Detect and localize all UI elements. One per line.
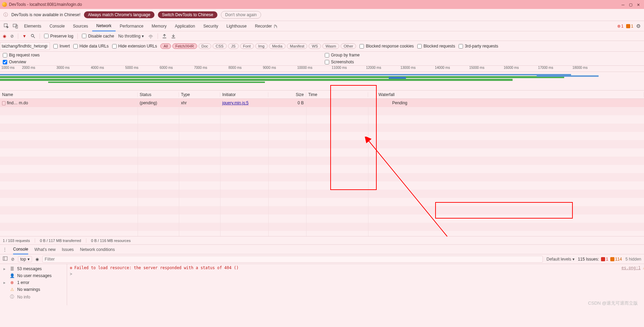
record-button-icon[interactable]: ◉ xyxy=(3,34,6,39)
throttling-select[interactable]: No throttling ▾ xyxy=(118,34,144,39)
filter-all[interactable]: All xyxy=(160,43,171,49)
file-icon xyxy=(2,101,6,105)
filter-other[interactable]: Other xyxy=(341,43,356,49)
close-button[interactable]: ✕ xyxy=(637,2,640,7)
switch-to-chinese-button[interactable]: Switch DevTools to Chinese xyxy=(158,11,217,18)
col-type[interactable]: Type xyxy=(179,92,220,97)
context-label: top xyxy=(20,257,26,262)
console-error-source-link[interactable]: es.png:1 xyxy=(622,265,641,270)
import-har-icon[interactable] xyxy=(162,34,167,39)
tab-lighthouse[interactable]: Lighthouse xyxy=(222,21,251,31)
filter-fetch-xhr[interactable]: Fetch/XHR xyxy=(172,43,197,49)
invert-checkbox[interactable]: Invert xyxy=(53,44,70,49)
export-har-icon[interactable] xyxy=(171,34,176,39)
filter-img[interactable]: Img xyxy=(255,43,268,49)
big-request-rows-checkbox[interactable]: Big request rows xyxy=(3,53,40,57)
console-sidebar: ▸☰53 messages 👤No user messages ▸⊗1 erro… xyxy=(0,264,67,305)
tab-console[interactable]: Console xyxy=(45,21,69,31)
sidebar-warnings[interactable]: ⚠No warnings xyxy=(0,286,67,293)
console-sidebar-toggle-icon[interactable] xyxy=(3,256,8,262)
filter-text-input[interactable]: taizhang/findhtlc_hetong ⊗ xyxy=(0,42,50,50)
network-toolbar: ◉ ⊘ ▼ Preserve log Disable cache No thro… xyxy=(0,31,644,41)
tick: 9000 ms xyxy=(261,66,296,72)
filter-ws[interactable]: WS xyxy=(309,43,321,49)
sidebar-user-messages[interactable]: 👤No user messages xyxy=(0,272,67,279)
preserve-log-checkbox[interactable]: Preserve log xyxy=(44,34,73,39)
col-size[interactable]: Size xyxy=(268,92,306,97)
tab-recorder[interactable]: Recorder xyxy=(251,21,282,31)
console-clear-icon[interactable]: ⊘ xyxy=(11,257,14,262)
drawer-tab-network-conditions[interactable]: Network conditions xyxy=(80,245,115,254)
filter-css[interactable]: CSS xyxy=(213,43,227,49)
group-by-frame-checkbox[interactable]: Group by frame xyxy=(325,53,359,57)
tick: 14000 ms xyxy=(433,66,468,72)
settings-gear-icon[interactable]: ⚙ xyxy=(636,23,641,29)
device-toggle-icon[interactable] xyxy=(11,23,20,29)
console-filter-input[interactable] xyxy=(42,256,543,263)
screenshots-checkbox[interactable]: Screenshots xyxy=(325,60,354,64)
disable-cache-checkbox[interactable]: Disable cache xyxy=(82,34,114,39)
filter-manifest[interactable]: Manifest xyxy=(287,43,308,49)
sidebar-messages[interactable]: ▸☰53 messages xyxy=(0,265,67,272)
tab-security[interactable]: Security xyxy=(199,21,222,31)
clear-filter-icon[interactable]: ⊗ xyxy=(45,44,48,49)
filter-js[interactable]: JS xyxy=(228,43,239,49)
warning-count-badge[interactable]: 1 xyxy=(626,24,633,29)
sidebar-info[interactable]: ⓘNo info xyxy=(0,293,67,301)
filter-wasm[interactable]: Wasm xyxy=(322,43,339,49)
initiator-link[interactable]: jquery.min.js:5 xyxy=(222,101,248,105)
log-levels-select[interactable]: Default levels ▾ xyxy=(546,257,574,262)
drawer-tab-issues[interactable]: Issues xyxy=(62,245,74,254)
network-overview-timeline[interactable]: 1000 ms 2000 ms 3000 ms 4000 ms 5000 ms … xyxy=(0,66,644,91)
filter-doc[interactable]: Doc xyxy=(198,43,212,49)
tick: 7000 ms xyxy=(193,66,227,72)
filter-font[interactable]: Font xyxy=(240,43,254,49)
clear-button-icon[interactable]: ⊘ xyxy=(10,34,14,39)
col-initiator[interactable]: Initiator xyxy=(220,92,268,97)
console-output[interactable]: ⊗ Failed to load resource: the server re… xyxy=(67,264,644,305)
sidebar-errors[interactable]: ▸⊗1 error xyxy=(0,279,67,286)
blocked-requests-checkbox[interactable]: Blocked requests xyxy=(417,44,455,49)
live-expression-icon[interactable]: ◉ xyxy=(35,257,39,262)
window-controls: — ▢ ✕ xyxy=(622,2,642,7)
drawer-more-icon[interactable]: ⋮ xyxy=(3,247,7,252)
blocked-cookies-checkbox[interactable]: Blocked response cookies xyxy=(359,44,414,49)
col-status[interactable]: Status xyxy=(138,92,179,97)
overview-checkbox[interactable]: Overview xyxy=(3,60,26,64)
col-waterfall[interactable]: Waterfall xyxy=(368,92,644,97)
tab-application[interactable]: Application xyxy=(171,21,199,31)
tab-memory[interactable]: Memory xyxy=(148,21,171,31)
col-name[interactable]: Name xyxy=(0,92,138,97)
dont-show-again-button[interactable]: Don't show again xyxy=(221,11,261,19)
tick: 3000 ms xyxy=(55,66,89,72)
screenshots-label: Screenshots xyxy=(331,60,354,64)
tick: 10000 ms xyxy=(296,66,330,72)
always-match-language-button[interactable]: Always match Chrome's language xyxy=(84,11,154,18)
third-party-checkbox[interactable]: 3rd-party requests xyxy=(459,44,498,49)
tab-elements[interactable]: Elements xyxy=(20,21,45,31)
drawer-tab-whatsnew[interactable]: What's new xyxy=(34,245,56,254)
hide-data-urls-checkbox[interactable]: Hide data URLs xyxy=(73,44,109,49)
issues-summary[interactable]: 115 Issues: 1 114 xyxy=(578,257,622,262)
filter-media[interactable]: Media xyxy=(269,43,286,49)
minimize-button[interactable]: — xyxy=(622,2,624,7)
console-prompt[interactable]: > xyxy=(70,272,641,276)
timeline-bars xyxy=(0,72,644,89)
group-frame-label: Group by frame xyxy=(331,53,359,57)
tab-network[interactable]: Network xyxy=(92,21,116,31)
execution-context-select[interactable]: top ▾ xyxy=(18,256,32,262)
col-time[interactable]: Time xyxy=(306,92,368,97)
transferred-summary: 0 B / 117 MB transferred xyxy=(40,239,81,243)
error-count-badge[interactable]: ⊗1 xyxy=(617,24,624,29)
search-icon[interactable] xyxy=(31,34,35,39)
tab-sources[interactable]: Sources xyxy=(69,21,92,31)
hide-extension-urls-checkbox[interactable]: Hide extension URLs xyxy=(112,44,157,49)
maximize-button[interactable]: ▢ xyxy=(629,2,632,7)
hide-ext-label: Hide extension URLs xyxy=(118,44,157,49)
network-conditions-icon[interactable] xyxy=(148,34,153,39)
filter-toggle-icon[interactable]: ▼ xyxy=(22,34,26,39)
inspect-element-icon[interactable] xyxy=(2,23,11,29)
drawer-tab-console[interactable]: Console xyxy=(13,245,28,254)
table-row[interactable]: find… m.do (pending) xhr jquery.min.js:5… xyxy=(0,99,644,107)
tab-performance[interactable]: Performance xyxy=(116,21,148,31)
